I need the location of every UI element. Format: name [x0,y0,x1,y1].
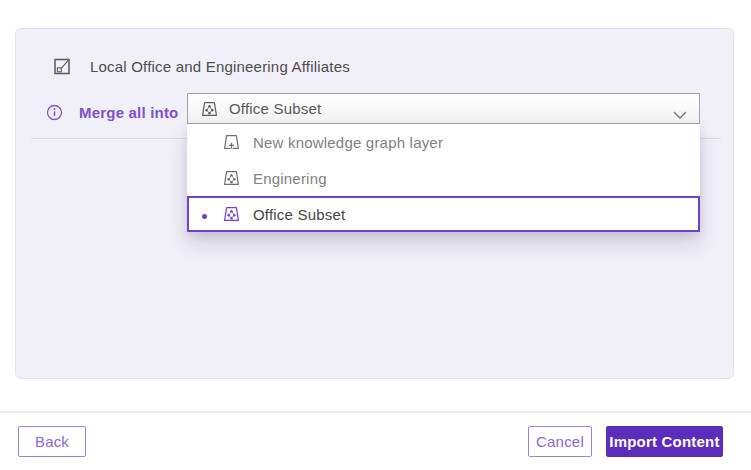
back-button[interactable]: Back [18,426,86,457]
option-new-knowledge-graph-layer[interactable]: New knowledge graph layer [187,124,700,160]
merge-target-dropdown: Office Subset New knowledge graph layer [187,93,700,124]
link-chart-icon [54,58,71,75]
info-icon[interactable] [46,104,63,121]
footer-divider [0,411,751,413]
merge-target-select[interactable]: Office Subset [187,93,700,124]
import-content-dialog: Local Office and Engineering Affiliates … [0,0,751,470]
option-label: Office Subset [253,206,345,223]
source-layer-label: Local Office and Engineering Affiliates [90,58,350,75]
selected-bullet-icon [202,214,207,219]
knowledge-graph-layer-icon [223,170,240,186]
merge-target-options-menu: New knowledge graph layer Enginering [187,124,700,232]
option-office-subset-selected[interactable]: Office Subset [187,196,700,232]
selected-option-label: Office Subset [229,100,321,117]
option-label: Enginering [253,170,327,187]
source-layer-row: Local Office and Engineering Affiliates [54,56,350,76]
merge-all-into-row: Merge all into [46,103,178,121]
import-content-button[interactable]: Import Content [606,426,723,457]
option-enginering[interactable]: Enginering [187,160,700,196]
option-label: New knowledge graph layer [253,134,443,151]
knowledge-graph-layer-icon [223,206,240,222]
merge-all-into-label: Merge all into [79,104,178,121]
cancel-button[interactable]: Cancel [528,426,592,457]
knowledge-graph-layer-icon [201,101,218,117]
chevron-down-icon [673,105,687,113]
layer-add-icon [223,134,240,150]
